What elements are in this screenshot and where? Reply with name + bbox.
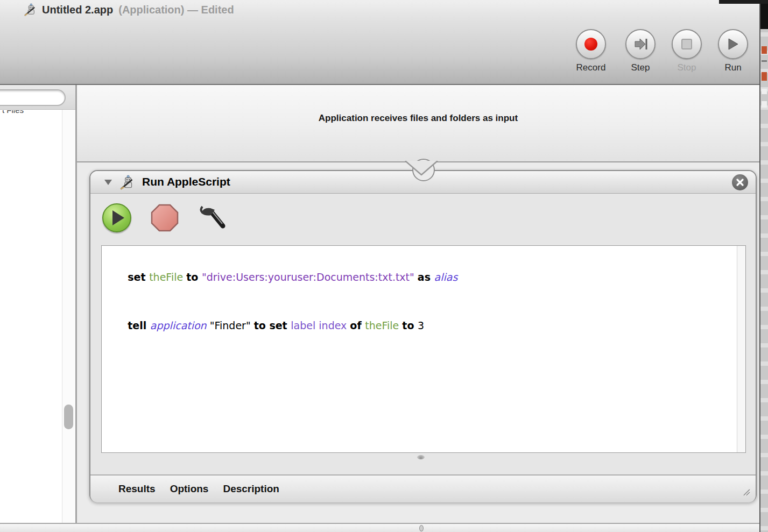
play-icon xyxy=(112,210,124,225)
background-window-mark xyxy=(762,72,767,81)
step-button-circle xyxy=(625,29,656,59)
window-chrome: Untitled 2.app (Application) — Edited Re… xyxy=(0,0,768,85)
applescript-code-editor[interactable]: set theFile to "drive:Users:youruser:Doc… xyxy=(101,245,746,453)
code-token: label index xyxy=(291,320,350,331)
code-token: tell xyxy=(128,320,150,331)
code-token: to xyxy=(186,271,202,283)
step-arrow-icon xyxy=(633,38,648,50)
automator-robot-icon xyxy=(24,3,37,16)
code-line-2: tell application "Finder" to set label i… xyxy=(108,301,739,350)
code-token: "Finder" xyxy=(210,320,254,331)
code-token: to xyxy=(402,320,418,331)
window-title-bar: Untitled 2.app (Application) — Edited xyxy=(24,3,234,16)
sidebar-search-strip xyxy=(0,85,75,110)
code-token: theFile xyxy=(365,320,402,331)
sidebar-list-item-clipped[interactable]: t Files xyxy=(2,110,61,117)
background-window-mark xyxy=(762,101,767,108)
stop-script-button[interactable] xyxy=(151,204,179,232)
stop-button-circle xyxy=(672,29,702,59)
sidebar-scrollbar-thumb[interactable] xyxy=(64,405,73,429)
run-script-button[interactable] xyxy=(102,203,131,232)
tab-description[interactable]: Description xyxy=(223,483,279,495)
code-token: set xyxy=(128,271,149,283)
code-token: to set xyxy=(254,320,291,331)
stop-button[interactable]: Stop xyxy=(672,29,702,59)
run-triangle-icon xyxy=(727,38,739,50)
background-window-mark xyxy=(762,60,767,62)
record-dot-icon xyxy=(584,38,597,51)
tab-results[interactable]: Results xyxy=(118,483,156,495)
sidebar-scrollbar-track[interactable] xyxy=(62,85,75,523)
run-button-label: Run xyxy=(701,62,765,73)
code-token: application xyxy=(150,320,210,331)
input-banner-text: Application receives files and folders a… xyxy=(77,113,759,124)
applescript-robot-icon xyxy=(119,175,135,190)
code-token: as xyxy=(418,271,434,283)
script-toolbar xyxy=(102,202,226,233)
disclosure-triangle-icon[interactable] xyxy=(104,180,112,185)
window-title: Untitled 2.app xyxy=(42,4,113,16)
background-window-top-bar xyxy=(719,0,768,4)
code-token: 3 xyxy=(418,320,424,331)
compile-script-button[interactable] xyxy=(198,204,226,231)
step-button[interactable]: Step xyxy=(625,29,656,59)
splitter-handle-icon[interactable] xyxy=(419,525,424,531)
code-token: alias xyxy=(434,271,458,283)
workflow-input-pane: Application receives files and folders a… xyxy=(77,85,759,162)
close-action-button[interactable] xyxy=(732,174,748,190)
run-button[interactable]: Run xyxy=(718,29,748,59)
tab-options[interactable]: Options xyxy=(170,483,209,495)
background-window-sliver xyxy=(759,0,768,532)
library-sidebar: t Files xyxy=(0,85,77,523)
editor-resize-handle[interactable] xyxy=(417,455,425,459)
code-token: theFile xyxy=(149,271,186,283)
window-subtitle: (Application) — Edited xyxy=(118,4,234,16)
code-scrollbar-track[interactable] xyxy=(737,246,745,452)
background-window-dark-edge xyxy=(760,0,768,29)
record-button[interactable]: Record xyxy=(576,29,606,59)
close-icon xyxy=(736,178,744,187)
action-title: Run AppleScript xyxy=(142,175,230,188)
background-window-mark xyxy=(762,46,767,54)
hammer-icon xyxy=(201,207,223,226)
workflow-connector-icon xyxy=(405,161,438,176)
stop-octagon-icon xyxy=(152,205,178,231)
background-window-mark xyxy=(762,89,767,94)
run-applescript-action: Run AppleScript xyxy=(89,170,757,502)
record-button-circle xyxy=(576,29,606,59)
stop-square-icon xyxy=(681,39,692,49)
code-token: "drive:Users:youruser:Documents:txt.txt" xyxy=(202,271,418,283)
pane-splitter-bar[interactable] xyxy=(0,524,759,532)
code-line-1: set theFile to "drive:Users:youruser:Doc… xyxy=(108,253,739,301)
run-button-circle xyxy=(718,29,748,59)
sidebar-item-label: t Files xyxy=(2,110,61,115)
code-token: of xyxy=(350,320,365,331)
search-input[interactable] xyxy=(0,89,66,106)
resize-grip-icon[interactable] xyxy=(739,485,751,497)
action-footer-bar: Results Options Description xyxy=(90,474,756,502)
